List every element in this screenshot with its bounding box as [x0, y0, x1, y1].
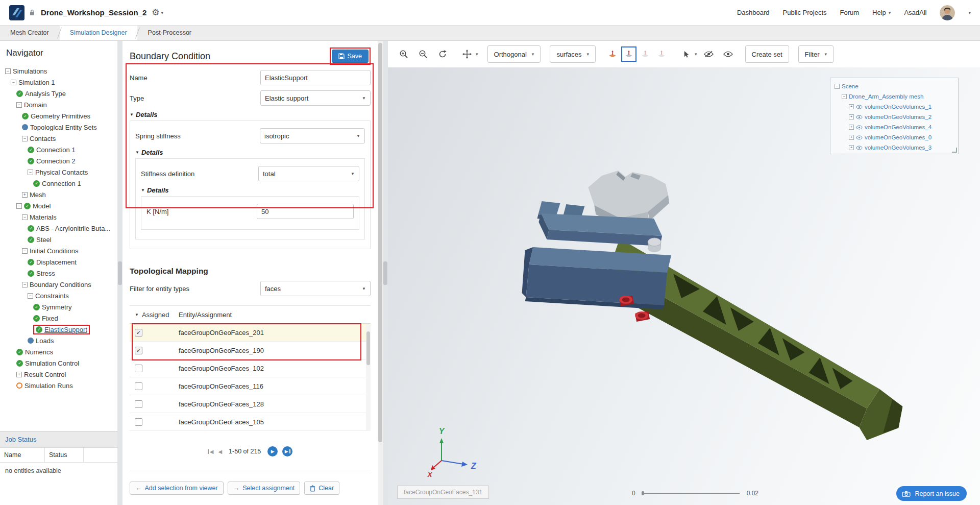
visibility-icon[interactable] [856, 146, 863, 150]
viewer-canvas[interactable]: − Scene − Drone_Arm_Assembly mesh + volu… [388, 67, 980, 505]
details-header[interactable]: ▼ Details [141, 186, 359, 194]
entity-filter-select[interactable]: faces ▼ [260, 281, 371, 296]
tree-item-topological-entity-sets[interactable]: Topological Entity Sets [1, 122, 116, 133]
collapse-icon[interactable]: − [5, 68, 11, 74]
collapse-icon[interactable]: − [22, 136, 28, 141]
clear-button[interactable]: Clear [304, 482, 339, 495]
tab-mesh-creator[interactable]: Mesh Creator [0, 26, 59, 40]
app-logo-icon[interactable] [9, 5, 24, 20]
tree-item-connection-1[interactable]: ✓Connection 1 [1, 144, 116, 155]
tab-simulation-designer[interactable]: Simulation Designer [60, 26, 137, 40]
tree-item-abs-acrylonitrile-buta[interactable]: ✓ABS - Acrylonitrile Buta... [1, 223, 116, 234]
tree-item-domain[interactable]: − Domain [1, 99, 116, 110]
clip-plane-icon-2[interactable] [623, 48, 635, 60]
nav-link-dashboard[interactable]: Dashboard [737, 9, 770, 16]
hide-entity-button[interactable] [701, 46, 717, 62]
last-page-button[interactable]: ▶ [282, 446, 292, 456]
create-set-button[interactable]: Create set [745, 45, 789, 63]
stiffness-definition-select[interactable]: total ▼ [258, 166, 359, 181]
project-settings-button[interactable]: ⚙ ▾ [152, 7, 163, 18]
table-scrollbar[interactable] [366, 324, 371, 431]
select-tool-button[interactable]: ▾ [678, 46, 697, 62]
spring-constant-input[interactable] [257, 204, 354, 219]
mapping-row-faceGroupOnGeoFaces_102[interactable]: faceGroupOnGeoFaces_102 [130, 359, 371, 377]
row-checkbox[interactable]: ✓ [135, 347, 142, 354]
expand-icon[interactable]: + [849, 104, 854, 109]
scene-volume-volumeOnGeoVolumes_2[interactable]: + volumeOnGeoVolumes_2 [835, 112, 954, 122]
panel-scrollbar[interactable] [378, 41, 383, 505]
zoom-in-button[interactable] [396, 46, 411, 62]
filter-dropdown[interactable]: Filter ▾ [798, 45, 834, 63]
tree-item-connection-1[interactable]: ✓Connection 1 [1, 178, 116, 189]
nav-link-forum[interactable]: Forum [840, 9, 860, 16]
tree-item-fixed[interactable]: ✓Fixed [1, 312, 116, 324]
tree-item-result-control[interactable]: + Result Control [1, 369, 116, 380]
tree-item-model[interactable]: − ✓Model [1, 200, 116, 211]
row-checkbox[interactable] [135, 365, 142, 372]
tree-item-simulation-runs[interactable]: Simulation Runs [1, 380, 116, 391]
visibility-icon[interactable] [856, 105, 863, 109]
panel-scrollbar-thumb[interactable] [378, 43, 382, 442]
tree-item-numerics[interactable]: ✓Numerics [1, 346, 116, 357]
tree-item-simulation-1[interactable]: − Simulation 1 [1, 77, 116, 88]
report-issue-button[interactable]: Report an issue [896, 486, 967, 501]
expand-icon[interactable]: + [849, 114, 854, 119]
mapping-row-faceGroupOnGeoFaces_201[interactable]: ✓ faceGroupOnGeoFaces_201 [130, 324, 371, 342]
tree-item-elasticsupport[interactable]: ✓ElasticSupport [1, 324, 116, 335]
collapse-icon[interactable]: − [11, 80, 16, 85]
user-avatar[interactable] [940, 5, 955, 20]
next-page-button[interactable]: ▶ [267, 446, 278, 456]
scene-volume-volumeOnGeoVolumes_0[interactable]: + volumeOnGeoVolumes_0 [835, 132, 954, 142]
select-assignment-button[interactable]: → Select assignment [228, 482, 301, 495]
tree-item-constraints[interactable]: − Constraints [1, 290, 116, 301]
nav-link-public-projects[interactable]: Public Projects [783, 9, 827, 16]
tree-item-initial-conditions[interactable]: − Initial Conditions [1, 245, 116, 256]
mapping-row-faceGroupOnGeoFaces_105[interactable]: faceGroupOnGeoFaces_105 [130, 413, 371, 431]
col-assigned[interactable]: Assigned [142, 311, 169, 319]
expand-icon[interactable]: + [22, 192, 28, 198]
tree-item-simulations[interactable]: − Simulations [1, 65, 116, 77]
show-entity-button[interactable] [721, 46, 736, 62]
tree-item-physical-contacts[interactable]: − Physical Contacts [1, 166, 116, 178]
projection-dropdown[interactable]: Orthogonal ▾ [487, 45, 541, 63]
add-selection-button[interactable]: ← Add selection from viewer [130, 482, 224, 495]
collapse-icon[interactable]: − [22, 214, 28, 220]
collapse-icon[interactable]: − [842, 94, 847, 99]
divider-handle[interactable] [118, 261, 122, 285]
table-scrollbar-thumb[interactable] [366, 331, 370, 365]
type-select[interactable]: Elastic support ▼ [260, 90, 371, 106]
tree-item-connection-2[interactable]: ✓Connection 2 [1, 155, 116, 166]
clip-plane-icon-4[interactable] [654, 46, 669, 62]
scene-mesh-row[interactable]: − Drone_Arm_Assembly mesh [835, 91, 954, 102]
render-mode-dropdown[interactable]: surfaces ▾ [550, 45, 596, 63]
clip-plane-icon-3[interactable] [638, 46, 653, 62]
spring-stiffness-select[interactable]: isotropic ▼ [260, 128, 365, 143]
visibility-icon[interactable] [856, 115, 863, 119]
scene-root-row[interactable]: − Scene [835, 81, 954, 91]
tree-item-simulation-control[interactable]: ✓Simulation Control [1, 357, 116, 369]
expand-icon[interactable]: + [849, 145, 854, 150]
mapping-row-faceGroupOnGeoFaces_128[interactable]: faceGroupOnGeoFaces_128 [130, 395, 371, 413]
visibility-icon[interactable] [856, 135, 863, 140]
mapping-row-faceGroupOnGeoFaces_190[interactable]: ✓ faceGroupOnGeoFaces_190 [130, 342, 371, 359]
user-menu-chevron-icon[interactable]: ▾ [968, 10, 971, 15]
tree-item-boundary-conditions[interactable]: − Boundary Conditions [1, 279, 116, 290]
visibility-icon[interactable] [856, 125, 863, 130]
scene-volume-volumeOnGeoVolumes_3[interactable]: + volumeOnGeoVolumes_3 [835, 142, 954, 153]
tree-item-stress[interactable]: ✓Stress [1, 268, 116, 279]
row-checkbox[interactable] [135, 418, 142, 426]
tree-item-materials[interactable]: − Materials [1, 211, 116, 223]
tree-item-displacement[interactable]: ✓Displacement [1, 256, 116, 268]
col-entity-assignment[interactable]: Entity/Assignment [179, 311, 371, 319]
scene-volume-volumeOnGeoVolumes_4[interactable]: + volumeOnGeoVolumes_4 [835, 122, 954, 132]
clip-plane-icon-1[interactable] [605, 46, 620, 62]
axis-gizmo[interactable]: Y Z X [408, 420, 485, 484]
mapping-row-faceGroupOnGeoFaces_116[interactable]: faceGroupOnGeoFaces_116 [130, 377, 371, 395]
expand-icon[interactable]: + [16, 372, 22, 377]
tree-item-symmetry[interactable]: ✓Symmetry [1, 301, 116, 312]
name-input[interactable] [260, 70, 371, 85]
save-button[interactable]: Save [332, 50, 369, 63]
expand-icon[interactable]: + [849, 135, 854, 140]
resize-handle[interactable] [952, 148, 957, 153]
tab-post-processor[interactable]: Post-Processor [138, 26, 202, 40]
